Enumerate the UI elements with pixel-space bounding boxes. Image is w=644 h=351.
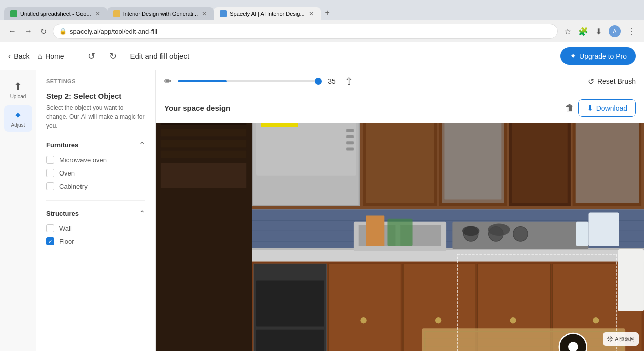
download-label: Download xyxy=(596,104,627,112)
floor-checkbox[interactable]: ✓ xyxy=(46,237,54,245)
svg-rect-5 xyxy=(161,151,246,158)
forward-nav-button[interactable]: → xyxy=(22,25,34,38)
svg-rect-23 xyxy=(512,123,568,203)
slider-fill xyxy=(178,80,227,82)
extensions-button[interactable]: 🧩 xyxy=(576,25,590,38)
home-button[interactable]: ⌂ Home xyxy=(37,52,64,61)
kitchen-scene: WARNING xyxy=(156,123,644,351)
structure-item-wall[interactable]: Wall xyxy=(46,224,145,232)
address-input[interactable]: 🔒 spacely.ai/app/tool/edit-and-fill xyxy=(53,24,558,39)
browser-window: Untitled spreadsheet - Goo... ✕ Interior… xyxy=(0,0,644,42)
sparkle-icon: ✦ xyxy=(570,51,576,61)
address-bar: ← → ↻ 🔒 spacely.ai/app/tool/edit-and-fil… xyxy=(0,20,644,42)
app-container: ‹ Back ⌂ Home ↺ ↻ Edit and fill object ✦… xyxy=(0,42,644,351)
check-icon: ✓ xyxy=(48,238,53,245)
top-bar: ‹ Back ⌂ Home ↺ ↻ Edit and fill object ✦… xyxy=(0,42,644,70)
home-icon: ⌂ xyxy=(37,52,42,61)
adjust-label: Adjust xyxy=(11,122,25,128)
slider-thumb[interactable] xyxy=(315,78,322,85)
sidebar-content: SETTINGS Step 2: Select Object Select th… xyxy=(36,70,155,351)
new-tab-button[interactable]: + xyxy=(321,5,334,20)
tab-spreadsheet[interactable]: Untitled spreadsheet - Goo... ✕ xyxy=(4,7,107,20)
tool-adjust[interactable]: ✦ Adjust xyxy=(4,105,32,132)
furniture-item-microwave[interactable]: Microwave oven xyxy=(46,156,145,164)
reset-brush-label: Reset Brush xyxy=(597,77,636,85)
reset-brush-button[interactable]: ↺ Reset Brush xyxy=(588,77,636,86)
svg-point-51 xyxy=(593,317,599,323)
tab-title-spacely: Spacely AI | AI Interior Desig... xyxy=(230,11,304,17)
svg-point-49 xyxy=(510,317,516,323)
microwave-checkbox[interactable] xyxy=(46,156,54,164)
canvas-image-area[interactable]: WARNING xyxy=(156,123,644,351)
svg-rect-21 xyxy=(444,123,501,200)
sidebar: ⬆ Upload ✦ Adjust SETTINGS Step 2: Selec… xyxy=(0,70,156,351)
wall-checkbox[interactable] xyxy=(46,224,54,232)
cabinetry-checkbox[interactable] xyxy=(46,182,54,190)
download-browser-button[interactable]: ⬇ xyxy=(593,25,604,38)
upload-image-button[interactable]: ⇧ xyxy=(345,75,353,87)
structure-item-floor[interactable]: ✓ Floor xyxy=(46,237,145,245)
furniture-item-cabinetry[interactable]: Cabinetry xyxy=(46,182,145,190)
furniture-item-oven[interactable]: Oven xyxy=(46,169,145,177)
upgrade-label: Upgrade to Pro xyxy=(579,52,627,60)
divider-1 xyxy=(74,50,74,62)
upgrade-button[interactable]: ✦ Upgrade to Pro xyxy=(560,47,636,65)
adjust-icon: ✦ xyxy=(14,109,22,121)
canvas-area: ✏ 35 ⇧ ↺ Reset Brush Your space design xyxy=(156,70,644,351)
tab-title-spreadsheet: Untitled spreadsheet - Goo... xyxy=(20,11,91,17)
sidebar-tools: ⬆ Upload ✦ Adjust xyxy=(0,70,36,351)
step-title: Step 2: Select Object xyxy=(46,92,145,100)
undo-button[interactable]: ↺ xyxy=(85,49,98,64)
tab-close-interior[interactable]: ✕ xyxy=(201,10,208,17)
tab-spacely[interactable]: Spacely AI | AI Interior Desig... ✕ xyxy=(214,7,320,20)
tab-interior[interactable]: Interior Design with Generati... ✕ xyxy=(107,7,214,20)
tab-close-spacely[interactable]: ✕ xyxy=(308,10,315,17)
svg-point-45 xyxy=(360,317,366,323)
back-nav-button[interactable]: ← xyxy=(6,25,18,38)
svg-rect-69 xyxy=(618,249,644,311)
reload-button[interactable]: ↻ xyxy=(38,25,49,38)
browser-actions: ☆ 🧩 ⬇ A ⋮ xyxy=(562,23,638,39)
tab-close-spreadsheet[interactable]: ✕ xyxy=(94,10,101,17)
tool-upload[interactable]: ⬆ Upload xyxy=(4,76,32,103)
svg-rect-68 xyxy=(387,219,412,246)
brush-icon: ✏ xyxy=(164,76,172,87)
delete-button[interactable]: 🗑 xyxy=(561,100,578,116)
floor-label: Floor xyxy=(59,238,74,245)
back-button[interactable]: ‹ Back xyxy=(8,52,29,61)
profile-button[interactable]: A xyxy=(607,23,623,39)
redo-button[interactable]: ↻ xyxy=(106,49,120,64)
svg-rect-16 xyxy=(346,147,354,150)
section-divider xyxy=(46,200,145,201)
svg-rect-6 xyxy=(161,163,246,188)
svg-rect-65 xyxy=(588,212,619,246)
brush-size-slider[interactable] xyxy=(178,80,318,82)
svg-rect-67 xyxy=(366,216,384,246)
upload-label: Upload xyxy=(10,94,26,99)
structures-section-header: Structures ⌃ xyxy=(46,209,145,218)
svg-rect-2 xyxy=(161,123,246,125)
structures-toggle[interactable]: ⌃ xyxy=(139,209,145,218)
svg-rect-44 xyxy=(329,264,401,351)
tab-favicon-spacely xyxy=(220,10,227,17)
svg-rect-10 xyxy=(256,123,356,176)
svg-point-47 xyxy=(435,317,441,323)
home-label: Home xyxy=(45,52,64,60)
svg-rect-14 xyxy=(346,135,354,138)
furnitures-label: Furnitures xyxy=(46,141,78,149)
canvas-title: Your space design xyxy=(164,104,561,112)
main-content: ⬆ Upload ✦ Adjust SETTINGS Step 2: Selec… xyxy=(0,70,644,351)
lock-icon: 🔒 xyxy=(59,28,67,35)
menu-button[interactable]: ⋮ xyxy=(626,25,638,38)
download-button[interactable]: ⬇ Download xyxy=(578,99,636,117)
watermark-text: AI资源网 xyxy=(615,336,635,343)
page-title: Edit and fill object xyxy=(130,52,189,60)
furnitures-section-header: Furnitures ⌃ xyxy=(46,140,145,150)
oven-checkbox[interactable] xyxy=(46,169,54,177)
address-text: spacely.ai/app/tool/edit-and-fill xyxy=(70,28,157,35)
svg-point-37 xyxy=(488,223,510,236)
tab-favicon-interior xyxy=(113,10,120,17)
bookmark-button[interactable]: ☆ xyxy=(562,25,573,38)
furnitures-toggle[interactable]: ⌃ xyxy=(139,140,145,150)
browser-tabs: Untitled spreadsheet - Goo... ✕ Interior… xyxy=(0,0,644,20)
